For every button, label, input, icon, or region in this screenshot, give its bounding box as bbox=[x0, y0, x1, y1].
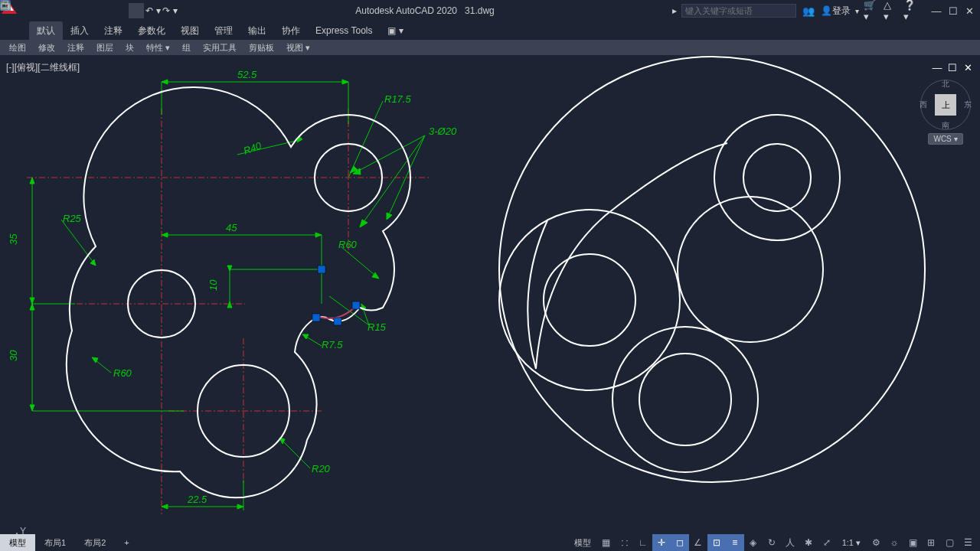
ribbon-tab-insert[interactable]: 插入 bbox=[63, 21, 96, 40]
panel-block[interactable]: 块 bbox=[119, 40, 140, 55]
layout-tab-add[interactable]: + bbox=[115, 534, 138, 551]
svg-point-96 bbox=[678, 197, 823, 342]
panel-layers[interactable]: 图层 bbox=[90, 40, 119, 55]
redo-icon[interactable]: ↷ ▾ bbox=[162, 3, 178, 18]
panel-utilities[interactable]: 实用工具 bbox=[197, 40, 243, 55]
annotation-scale-icon[interactable]: 人 bbox=[781, 534, 799, 551]
annotation-autoscale-icon[interactable]: ⤢ bbox=[818, 534, 836, 551]
snap-icon[interactable]: ⸬ bbox=[616, 534, 634, 551]
clean-screen-icon[interactable]: ▢ bbox=[940, 534, 959, 551]
svg-text:R25: R25 bbox=[63, 213, 82, 224]
save-icon[interactable] bbox=[61, 3, 77, 18]
selection-cycling-icon[interactable]: ↻ bbox=[763, 534, 781, 551]
svg-text:52.5: 52.5 bbox=[237, 69, 257, 80]
ribbon-tab-express[interactable]: Express Tools bbox=[308, 21, 380, 40]
ribbon-tab-annotate[interactable]: 注释 bbox=[96, 21, 130, 40]
ribbon-tab-view[interactable]: 视图 bbox=[173, 21, 207, 40]
ribbon-tab-more[interactable]: ▣ ▾ bbox=[380, 21, 410, 40]
svg-marker-45 bbox=[30, 178, 34, 184]
svg-rect-92 bbox=[318, 266, 325, 273]
svg-rect-7 bbox=[2, 4, 9, 8]
svg-text:R17.5: R17.5 bbox=[384, 93, 411, 105]
a360-icon[interactable]: 👥 bbox=[801, 3, 816, 18]
panel-view[interactable]: 视图 ▾ bbox=[280, 40, 316, 55]
drawing-left: 52.5 R17.5 R40 3-Ø20 R25 35 30 45 bbox=[0, 55, 490, 534]
svg-marker-39 bbox=[387, 213, 392, 220]
open-icon[interactable] bbox=[44, 3, 60, 18]
svg-text:22.5: 22.5 bbox=[187, 494, 207, 505]
layout-tab-model[interactable]: 模型 bbox=[0, 534, 35, 551]
workspace-icon[interactable]: ⚙ bbox=[867, 534, 885, 551]
polar-icon[interactable]: ✛ bbox=[652, 534, 671, 551]
quick-access-toolbar: ↶ ▾ ↷ ▾ bbox=[28, 3, 178, 18]
viewport-close-icon[interactable]: ✕ bbox=[962, 61, 974, 73]
layout-tab-layout1[interactable]: 布局1 bbox=[35, 534, 75, 551]
exchange-icon[interactable]: 🛒 ▾ bbox=[864, 3, 879, 18]
svg-text:30: 30 bbox=[8, 350, 19, 361]
otrack-icon[interactable]: ∠ bbox=[689, 534, 707, 551]
viewcube-east[interactable]: 东 bbox=[964, 99, 972, 110]
monitor-icon[interactable]: ☼ bbox=[885, 534, 903, 551]
close-button[interactable]: ✕ bbox=[963, 4, 977, 18]
minimize-button[interactable]: — bbox=[929, 4, 943, 18]
svg-text:10: 10 bbox=[207, 279, 219, 291]
drawing-right bbox=[467, 55, 957, 534]
svg-marker-56 bbox=[315, 233, 322, 237]
layout-tab-layout2[interactable]: 布局2 bbox=[75, 534, 115, 551]
annotation-visibility-icon[interactable]: ✱ bbox=[799, 534, 818, 551]
svg-marker-73 bbox=[302, 334, 309, 339]
svg-point-97 bbox=[499, 210, 680, 390]
svg-point-94 bbox=[714, 115, 840, 240]
panel-clipboard[interactable]: 剪贴板 bbox=[243, 40, 280, 55]
ribbon-tab-default[interactable]: 默认 bbox=[29, 21, 63, 40]
saveas-icon[interactable] bbox=[78, 3, 93, 18]
ribbon-tab-collab[interactable]: 协作 bbox=[274, 21, 308, 40]
ribbon-tab-parametric[interactable]: 参数化 bbox=[130, 21, 173, 40]
svg-text:45: 45 bbox=[226, 222, 237, 233]
title-bar: ↶ ▾ ↷ ▾ Autodesk AutoCAD 2020 31.dwg ▸ 👥… bbox=[0, 0, 980, 21]
help-icon[interactable]: ❔ ▾ bbox=[903, 3, 919, 18]
layout-tabs: 模型 布局1 布局2 + 模型 ▦ ⸬ ∟ ✛ ◻ ∠ ⊡ ≡ ◈ ↻ 人 ✱ … bbox=[0, 534, 980, 551]
panel-annotation[interactable]: 注释 bbox=[61, 40, 90, 55]
scale-display[interactable]: 1:1 ▾ bbox=[836, 538, 867, 548]
cloud-open-icon[interactable] bbox=[95, 3, 110, 18]
svg-marker-62 bbox=[227, 266, 232, 271]
panel-draw[interactable]: 绘图 bbox=[3, 40, 32, 55]
drawing-area[interactable]: [-][俯视][二维线框] — ☐ ✕ 北 南 西 东 上 WCS ▾ X Y bbox=[0, 55, 980, 534]
login-button[interactable]: 👤 登录 bbox=[821, 3, 851, 18]
svg-marker-37 bbox=[360, 220, 368, 227]
isolate-icon[interactable]: ▣ bbox=[903, 534, 922, 551]
transparency-icon[interactable]: ◈ bbox=[744, 534, 763, 551]
cloud-save-icon[interactable] bbox=[112, 3, 127, 18]
svg-line-65 bbox=[341, 246, 379, 279]
customize-icon[interactable]: ☰ bbox=[959, 534, 977, 551]
ortho-icon[interactable]: ∟ bbox=[634, 534, 652, 551]
svg-text:R60: R60 bbox=[113, 367, 132, 379]
undo-icon[interactable]: ↶ ▾ bbox=[145, 3, 161, 18]
svg-rect-8 bbox=[3, 2, 8, 4]
status-model-indicator[interactable]: 模型 bbox=[568, 537, 597, 549]
hardware-accel-icon[interactable]: ⊞ bbox=[922, 534, 940, 551]
svg-point-99 bbox=[612, 327, 758, 472]
ribbon-panels: 绘图 修改 注释 图层 块 特性 ▾ 组 实用工具 剪贴板 视图 ▾ bbox=[0, 40, 980, 55]
stay-connected-icon[interactable]: △ ▾ bbox=[884, 3, 899, 18]
panel-group[interactable]: 组 bbox=[176, 40, 197, 55]
svg-line-34 bbox=[353, 135, 425, 174]
app-title: Autodesk AutoCAD 2020 31.dwg bbox=[355, 5, 494, 16]
panel-modify[interactable]: 修改 bbox=[32, 40, 61, 55]
svg-text:35: 35 bbox=[8, 233, 19, 245]
maximize-button[interactable]: ☐ bbox=[946, 4, 960, 18]
new-icon[interactable] bbox=[28, 3, 43, 18]
ribbon-tab-manage[interactable]: 管理 bbox=[207, 21, 240, 40]
print-icon[interactable] bbox=[129, 3, 144, 18]
search-input[interactable] bbox=[681, 4, 796, 18]
svg-marker-63 bbox=[227, 302, 232, 308]
grid-icon[interactable]: ▦ bbox=[597, 534, 616, 551]
ribbon-tab-output[interactable]: 输出 bbox=[240, 21, 274, 40]
svg-marker-51 bbox=[30, 405, 34, 411]
lineweight-icon[interactable]: ≡ bbox=[726, 534, 744, 551]
osnap-icon[interactable]: ◻ bbox=[671, 534, 689, 551]
svg-marker-50 bbox=[30, 304, 34, 310]
dynamic-input-icon[interactable]: ⊡ bbox=[707, 534, 726, 551]
panel-properties[interactable]: 特性 ▾ bbox=[140, 40, 176, 55]
